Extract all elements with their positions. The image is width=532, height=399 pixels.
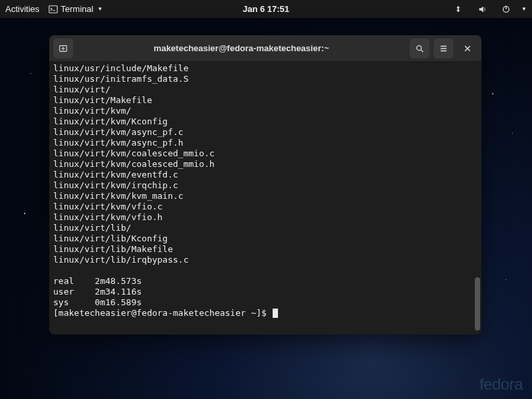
gnome-top-bar: Activities Terminal ▼ Jan 6 17:51 ▼: [0, 0, 532, 18]
search-icon: [415, 44, 424, 53]
volume-icon: [477, 5, 487, 14]
terminal-output[interactable]: linux/usr/include/Makefile linux/usr/ini…: [49, 62, 481, 334]
system-status-area[interactable]: ▼: [448, 5, 527, 14]
search-button[interactable]: [410, 39, 430, 59]
power-icon: [501, 5, 511, 14]
shell-prompt: [maketecheasier@fedora-maketecheasier ~]…: [53, 308, 272, 318]
activities-button[interactable]: Activities: [5, 4, 39, 14]
close-button[interactable]: [458, 39, 477, 59]
network-icon: [454, 5, 463, 14]
svg-point-6: [417, 45, 422, 50]
cursor: [273, 309, 278, 318]
app-menu-label: Terminal: [61, 4, 93, 14]
menu-button[interactable]: [434, 39, 454, 59]
window-titlebar[interactable]: maketecheasier@fedora-maketecheasier:~: [49, 35, 481, 62]
activities-label: Activities: [5, 4, 39, 14]
svg-line-7: [421, 49, 424, 52]
fedora-watermark: fedora: [479, 375, 523, 394]
scrollbar-thumb[interactable]: [475, 277, 480, 331]
new-tab-icon: [59, 44, 68, 53]
chevron-down-icon: ▼: [521, 6, 527, 12]
close-icon: [464, 45, 471, 53]
app-menu[interactable]: Terminal ▼: [49, 4, 102, 14]
new-tab-button[interactable]: [53, 39, 73, 59]
svg-rect-0: [49, 5, 57, 13]
window-title: maketecheasier@fedora-maketecheasier:~: [77, 43, 406, 53]
terminal-app-icon: [49, 5, 58, 14]
clock[interactable]: Jan 6 17:51: [243, 4, 289, 14]
terminal-lines: linux/usr/include/Makefile linux/usr/ini…: [53, 63, 215, 307]
chevron-down-icon: ▼: [97, 6, 102, 12]
hamburger-icon: [439, 44, 448, 53]
terminal-window: maketecheasier@fedora-maketecheasier:~ l…: [49, 35, 481, 334]
